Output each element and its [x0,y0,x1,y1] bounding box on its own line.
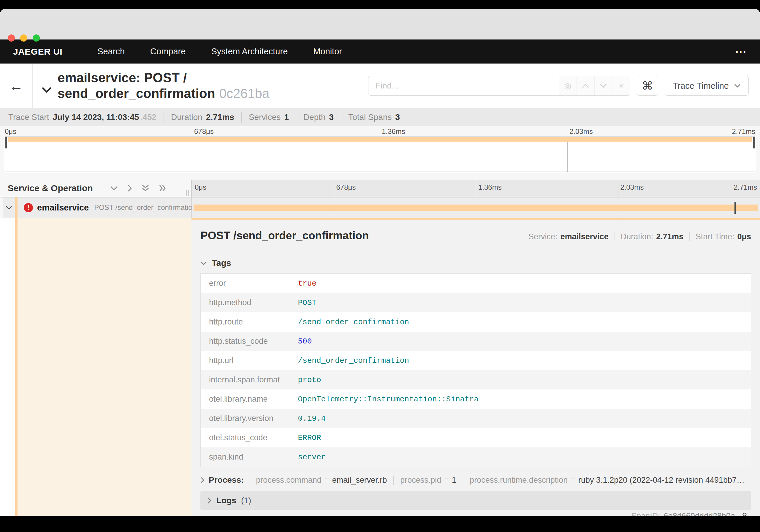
minimap-tick: 2.71ms [732,127,755,136]
summary-depth: Depth 3 [296,112,341,122]
row-left-edge [0,197,3,218]
summary-total-spans: Total Spans 3 [341,112,407,122]
prev-result-button[interactable] [577,76,594,95]
navbar: JAEGER UI Search Compare System Architec… [0,39,760,64]
minimap-tick-labels: 0μs 678μs 1.36ms 2.03ms 2.71ms [0,126,760,137]
close-window-button[interactable] [8,34,15,42]
nav-item-compare[interactable]: Compare [150,47,186,56]
expand-collapse-controls [110,184,166,192]
summary-trace-start: Trace Start July 14 2023, 11:03:45 .452 [1,112,164,122]
minimize-window-button[interactable] [20,34,27,42]
span-log-marker[interactable] [735,202,736,214]
nav-item-system-architecture[interactable]: System Architecture [211,47,288,56]
span-detail-accent-bar [191,218,760,220]
logs-count: (1) [241,496,251,505]
timeline-grid-header: Service & Operation 0μs 678μs 1.36m [0,180,760,197]
chevron-down-icon [734,84,741,88]
collapse-all-icon[interactable] [142,184,149,192]
minimap-gridline [380,137,380,171]
minimap-left-scrubber[interactable] [5,137,7,148]
clear-find-button[interactable]: × [612,76,630,95]
jaeger-logo[interactable]: JAEGER UI [13,47,62,57]
collapse-one-icon[interactable] [110,186,118,191]
span-detail-meta: Service: emailservice Duration: 2.71ms S… [522,232,751,241]
process-pid: process.pid = 1 [393,476,463,485]
span-id-footer: SpanID: 6e8d660dddd28b0a [631,511,747,516]
tag-row[interactable]: error true [201,274,751,293]
find-box: ◎ × [368,76,630,96]
tag-row[interactable]: internal.span.format proto [201,370,751,390]
detail-row-highlight [17,218,191,516]
tags-section-label: Tags [212,258,231,268]
column-resize-grip[interactable] [186,190,189,196]
tag-row[interactable]: http.url /send_order_confirmation [201,351,751,370]
tags-table: error true http.method POST http.route /… [200,273,751,467]
trace-id: 0c261ba [219,86,269,101]
minimap-right-scrubber[interactable] [753,137,755,148]
minimap-gridline [193,137,193,171]
meta-duration: Duration: 2.71ms [615,232,689,241]
process-section-label: Process: [209,475,244,485]
tag-row[interactable]: http.method POST [201,293,751,312]
trace-title-line2: send_order_confirmation [58,86,215,101]
expand-one-icon[interactable] [127,184,132,192]
chevron-right-icon [200,477,205,483]
chevron-right-icon [208,497,212,504]
span-detail-panel: POST /send_order_confirmation Service: e… [191,218,760,516]
detail-row-rule [3,218,3,516]
screen-letterbox [0,516,760,532]
keyboard-shortcuts-button[interactable]: ⌘ [637,76,658,96]
span-row-timeline-cell[interactable] [191,197,760,218]
process-runtime-description: process.runtime.description = ruby 3.1.2… [463,476,751,485]
tag-row[interactable]: http.status_code 500 [201,332,751,351]
collapse-trace-chevron-icon[interactable] [42,87,52,93]
service-operation-title: Service & Operation [8,183,93,193]
tag-row[interactable]: otel.status_code ERROR [201,428,751,447]
trace-title-line1: emailservice: POST / [58,71,187,85]
trace-timeline-minimap[interactable] [5,137,755,172]
minimap-tick: 2.03ms [569,127,593,136]
chevron-down-icon [200,261,207,266]
span-duration-bar[interactable] [194,205,759,211]
axis-tick: 678μs [336,183,356,191]
tag-row[interactable]: otel.library.version 0.19.4 [201,409,751,428]
process-command: process.command = email_server.rb [249,476,393,485]
process-section-toggle[interactable]: Process: process.command = email_server.… [200,475,751,485]
expand-all-icon[interactable] [159,184,166,192]
zoom-window-button[interactable] [33,34,40,42]
minimap-tick: 678μs [194,127,214,136]
nav-item-monitor[interactable]: Monitor [313,47,342,56]
tag-row[interactable]: otel.library.name OpenTelemetry::Instrum… [201,390,751,409]
minimap-gridline [567,137,568,171]
tag-row[interactable]: http.route /send_order_confirmation [201,312,751,332]
tags-section-toggle[interactable]: Tags [200,258,751,268]
minimap-span-bar-child [160,137,422,142]
back-button[interactable]: ← [0,64,33,108]
span-row[interactable]: ! emailservice POST /send_order_confirma… [0,197,760,218]
trace-page-header: ← emailservice: POST /send_order_confirm… [0,64,760,108]
error-icon: ! [24,203,33,212]
trace-header-controls: ◎ × ⌘ Trace Timeline [368,64,760,108]
deep-link-icon[interactable] [738,512,747,516]
crosshair-icon[interactable]: ◎ [559,76,577,95]
axis-gridline [618,180,618,197]
trace-title: emailservice: POST /send_order_confirmat… [58,70,269,102]
axis-tick: 2.71ms [734,183,757,191]
logs-section-label: Logs [216,496,236,505]
tag-row[interactable]: span.kind server [201,447,751,467]
detail-row-left-column [0,218,191,516]
span-detail-content: POST /send_order_confirmation Service: e… [191,220,760,516]
span-detail-title: POST /send_order_confirmation [200,229,369,242]
span-color-guide [15,218,18,516]
trace-view-label: Trace Timeline [673,81,729,91]
nav-item-search[interactable]: Search [97,47,125,56]
app-window: JAEGER UI Search Compare System Architec… [0,9,760,516]
summary-services: Services 1 [241,112,296,122]
find-input[interactable] [368,76,559,95]
trace-view-selector[interactable]: Trace Timeline [665,76,749,96]
span-service-name: emailservice [37,203,89,213]
logs-section-toggle[interactable]: Logs (1) [200,491,751,510]
next-result-button[interactable] [594,76,612,95]
minimap-tick: 1.36ms [382,127,405,136]
span-expand-chevron-icon[interactable] [5,206,13,210]
